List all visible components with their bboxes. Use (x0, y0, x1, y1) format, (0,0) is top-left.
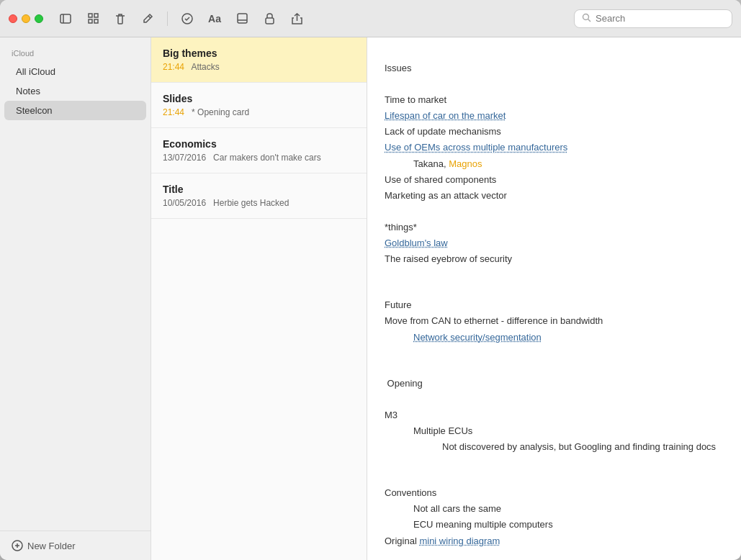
maximize-button[interactable] (35, 14, 43, 23)
svg-line-6 (148, 16, 151, 18)
content-line: Original mini wiring diagram (385, 533, 724, 549)
content-line: *things* (385, 220, 724, 235)
checklist-button[interactable] (176, 8, 198, 30)
format-label: Aa (208, 13, 221, 24)
note-content-text: Issues Time to market Lifespan of car on… (385, 60, 724, 560)
note-date: 10/05/2016 (163, 198, 206, 208)
note-preview: * Opening card (192, 107, 249, 117)
sidebar-item-all-icloud[interactable]: All iCloud (4, 62, 146, 81)
content-line: Takana, Magnos (385, 156, 724, 172)
attachment-button[interactable] (231, 8, 253, 30)
app-window: Aa (0, 0, 741, 560)
note-meta: 13/07/2016 Car makers don't make cars (163, 153, 355, 163)
toolbar-sep-1 (167, 12, 168, 26)
content-line (385, 76, 724, 92)
issues-section: Issues Time to market Lifespan of car on… (385, 60, 724, 267)
note-title: Big themes (163, 48, 355, 59)
content-line: Use of OEMs across multiple manufacturer… (385, 140, 724, 155)
content-line: Move from CAN to ethernet - difference i… (385, 313, 724, 329)
note-title: Title (163, 184, 355, 195)
content-line (385, 461, 724, 477)
svg-line-12 (588, 19, 591, 22)
conventions-heading: Conventions (385, 485, 724, 501)
content-line (385, 392, 724, 407)
content-line (385, 204, 724, 220)
note-meta: 21:44 Attacks (163, 62, 355, 72)
sidebar-section-label: iCloud (0, 49, 151, 62)
note-item-economics[interactable]: Economics 13/07/2016 Car makers don't ma… (151, 128, 367, 173)
future-heading: Future (385, 297, 724, 313)
search-box[interactable] (574, 9, 732, 28)
note-time: 21:44 (163, 62, 184, 72)
content-line: The raised eyebrow of security (385, 251, 724, 267)
search-input[interactable] (596, 13, 724, 24)
format-button[interactable]: Aa (204, 8, 225, 30)
opening-section: Opening M3 Multiple ECUs Not discovered … (385, 376, 724, 455)
sidebar: iCloud All iCloud Notes Steelcon New Fol… (0, 37, 151, 560)
content-line: Marketing as an attack vector (385, 188, 724, 204)
content-line: M3 (385, 407, 724, 423)
note-preview: Attacks (191, 62, 219, 72)
sidebar-toggle-button[interactable] (55, 8, 76, 30)
oems-link[interactable]: Use of OEMs across multiple manufacturer… (385, 142, 567, 153)
issues-heading: Issues (385, 60, 724, 76)
sidebar-item-steelcon[interactable]: Steelcon (4, 101, 146, 120)
content-line: Lack of update mechanisms (385, 124, 724, 140)
new-folder-label: New Folder (27, 541, 75, 551)
lock-button[interactable] (259, 8, 280, 30)
note-preview: Car makers don't make cars (213, 153, 321, 163)
sidebar-item-notes[interactable]: Notes (4, 81, 146, 101)
compose-button[interactable] (137, 8, 158, 30)
note-preview: Herbie gets Hacked (213, 198, 289, 208)
minimize-button[interactable] (22, 14, 30, 23)
content-line: Not all cars the same (385, 501, 724, 517)
content-line: Not discovered by analysis, but Googling… (385, 439, 724, 455)
note-title: Economics (163, 138, 355, 150)
magnos-text: Magnos (449, 158, 482, 169)
note-item-big-themes[interactable]: Big themes 21:44 Attacks (151, 37, 367, 83)
content-line: Goldblum's law (385, 235, 724, 251)
svg-rect-5 (94, 19, 98, 23)
content-line: ECU meaning multiple computers (385, 517, 724, 533)
future-section: Future Move from CAN to ethernet - diffe… (385, 297, 724, 345)
mini-wiring-link[interactable]: mini wiring diagram (419, 536, 500, 546)
note-title: Slides (163, 93, 355, 104)
note-item-title[interactable]: Title 10/05/2016 Herbie gets Hacked (151, 173, 367, 219)
svg-point-11 (583, 14, 589, 19)
note-meta: 21:44 * Opening card (163, 107, 355, 117)
note-meta: 10/05/2016 Herbie gets Hacked (163, 198, 355, 208)
note-content-area: Issues Time to market Lifespan of car on… (367, 37, 741, 560)
svg-rect-0 (60, 14, 71, 23)
lifespan-link[interactable]: Lifespan of car on the market (385, 110, 506, 121)
delete-button[interactable] (109, 8, 131, 30)
content-line (385, 555, 724, 560)
svg-rect-8 (238, 14, 247, 23)
opening-heading: Opening (385, 376, 724, 392)
svg-rect-10 (266, 18, 274, 24)
new-folder-button[interactable]: New Folder (0, 530, 151, 560)
svg-rect-4 (89, 19, 92, 23)
content-line: Use of shared components (385, 172, 724, 188)
sidebar-spacer (0, 120, 151, 530)
content-line: Time to market (385, 92, 724, 108)
traffic-lights (9, 14, 43, 23)
note-time: 21:44 (163, 107, 184, 117)
grid-view-button[interactable] (82, 8, 104, 30)
content-line (385, 273, 724, 289)
network-link[interactable]: Network security/segmentation (413, 332, 542, 343)
content-line (385, 351, 724, 367)
notes-list: Big themes 21:44 Attacks Slides 21:44 * … (151, 37, 367, 560)
note-date: 13/07/2016 (163, 153, 206, 163)
add-folder-icon (12, 540, 23, 551)
goldblum-link[interactable]: Goldblum's law (385, 238, 448, 248)
svg-rect-2 (89, 14, 92, 17)
svg-rect-3 (94, 14, 98, 17)
main-area: iCloud All iCloud Notes Steelcon New Fol… (0, 37, 741, 560)
titlebar: Aa (0, 0, 741, 37)
share-button[interactable] (286, 8, 307, 30)
content-line: Lifespan of car on the market (385, 108, 724, 124)
content-line: Multiple ECUs (385, 423, 724, 439)
close-button[interactable] (9, 14, 17, 23)
note-item-slides[interactable]: Slides 21:44 * Opening card (151, 83, 367, 128)
content-line: Network security/segmentation (385, 330, 724, 346)
